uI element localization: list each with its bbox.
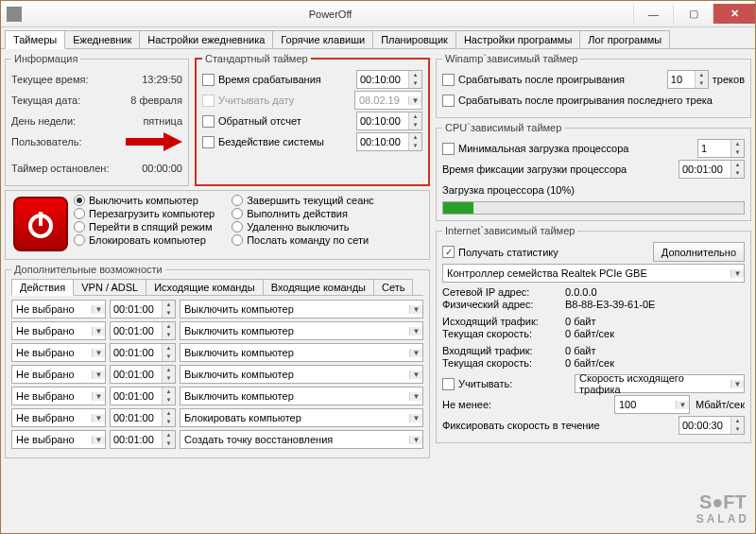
min-value[interactable]: 100	[615, 399, 676, 410]
radio-option[interactable]	[232, 195, 243, 206]
subtab-3[interactable]: Входящие команды	[263, 279, 374, 295]
close-button[interactable]: ✕	[713, 4, 755, 24]
action-b[interactable]: Выключить компьютер	[180, 303, 409, 315]
spin-down[interactable]: ▼	[163, 439, 175, 448]
action-b[interactable]: Блокировать компьютер	[180, 412, 409, 423]
chevron-down-icon[interactable]: ▼	[92, 392, 105, 401]
action-b[interactable]: Выключить компьютер	[180, 369, 409, 380]
spin-down[interactable]: ▼	[409, 142, 421, 150]
chevron-down-icon[interactable]: ▼	[408, 96, 421, 105]
spin-up[interactable]: ▲	[731, 417, 744, 425]
chevron-down-icon[interactable]: ▼	[409, 327, 422, 336]
tab-4[interactable]: Планировщик	[372, 30, 456, 48]
action-b[interactable]: Создать точку восстановления	[180, 434, 409, 445]
action-a[interactable]: Не выбрано	[12, 412, 92, 423]
spin-down[interactable]: ▼	[696, 79, 708, 88]
spin-up[interactable]: ▲	[163, 322, 175, 331]
spin-down[interactable]: ▼	[163, 353, 175, 361]
tab-0[interactable]: Таймеры	[5, 30, 65, 49]
action-time[interactable]	[111, 344, 162, 361]
checkbox-winamp-last[interactable]	[442, 95, 455, 107]
input-countdown[interactable]	[357, 112, 408, 129]
spin-down[interactable]: ▼	[731, 169, 744, 178]
minimize-button[interactable]: —	[633, 4, 673, 24]
radio-option[interactable]	[74, 221, 85, 233]
spin-down[interactable]: ▼	[731, 148, 744, 157]
action-b[interactable]: Выключить компьютер	[180, 390, 409, 402]
spin-down[interactable]: ▼	[731, 425, 744, 434]
chevron-down-icon[interactable]: ▼	[409, 436, 422, 444]
checkbox-countdown[interactable]	[202, 115, 215, 128]
radio-option[interactable]	[74, 195, 85, 206]
input-tracks[interactable]	[668, 71, 695, 88]
chevron-down-icon[interactable]: ▼	[92, 436, 105, 444]
action-time[interactable]	[111, 301, 162, 318]
chevron-down-icon[interactable]: ▼	[92, 305, 105, 314]
spin-down[interactable]: ▼	[163, 374, 175, 383]
subtab-4[interactable]: Сеть	[373, 279, 413, 295]
checkbox-idle[interactable]	[202, 136, 215, 148]
subtab-1[interactable]: VPN / ADSL	[73, 279, 146, 295]
spin-up[interactable]: ▲	[409, 133, 421, 142]
radio-option[interactable]	[74, 208, 85, 219]
spin-down[interactable]: ▼	[163, 309, 175, 318]
input-trigger-time[interactable]	[357, 71, 408, 88]
chevron-down-icon[interactable]: ▼	[730, 380, 744, 388]
chevron-down-icon[interactable]: ▼	[409, 414, 422, 422]
radio-option[interactable]	[232, 234, 243, 246]
subtab-2[interactable]: Исходящие команды	[146, 279, 264, 295]
action-a[interactable]: Не выбрано	[12, 434, 92, 445]
chevron-down-icon[interactable]: ▼	[92, 349, 105, 357]
action-a[interactable]: Не выбрано	[12, 347, 92, 358]
chevron-down-icon[interactable]: ▼	[92, 370, 105, 379]
tab-3[interactable]: Горячие клавиши	[272, 30, 373, 48]
action-time[interactable]	[111, 409, 162, 426]
consider-select[interactable]: Скорость исходящего трафика	[576, 372, 730, 395]
chevron-down-icon[interactable]: ▼	[730, 269, 744, 278]
chevron-down-icon[interactable]: ▼	[409, 349, 422, 357]
spin-up[interactable]: ▲	[163, 388, 175, 396]
spin-down[interactable]: ▼	[163, 418, 175, 426]
action-time[interactable]	[111, 366, 162, 383]
checkbox-use-date[interactable]	[202, 95, 215, 107]
input-idle[interactable]	[357, 133, 408, 150]
chevron-down-icon[interactable]: ▼	[409, 305, 422, 314]
button-more[interactable]: Дополнительно	[653, 242, 745, 262]
spin-up[interactable]: ▲	[696, 71, 708, 79]
tab-1[interactable]: Ежедневник	[64, 30, 140, 48]
checkbox-trigger-time[interactable]	[202, 74, 215, 86]
spin-up[interactable]: ▲	[163, 431, 175, 439]
spin-up[interactable]: ▲	[409, 112, 421, 121]
checkbox-consider[interactable]	[442, 378, 455, 390]
tab-5[interactable]: Настройки программы	[455, 30, 580, 48]
spin-down[interactable]: ▼	[409, 121, 421, 129]
chevron-down-icon[interactable]: ▼	[676, 401, 689, 409]
spin-up[interactable]: ▲	[163, 344, 175, 353]
maximize-button[interactable]: ▢	[673, 4, 713, 24]
adapter-select[interactable]: Контроллер семейства Realtek PCIe GBE	[443, 267, 730, 279]
action-b[interactable]: Выключить компьютер	[180, 347, 409, 358]
checkbox-cpu-min[interactable]	[442, 143, 455, 155]
chevron-down-icon[interactable]: ▼	[92, 327, 105, 336]
chevron-down-icon[interactable]: ▼	[409, 392, 422, 401]
radio-option[interactable]	[232, 221, 243, 233]
checkbox-net-stat[interactable]: ✓	[442, 246, 455, 258]
action-a[interactable]: Не выбрано	[12, 325, 92, 336]
spin-up[interactable]: ▲	[163, 366, 175, 374]
input-net-fix[interactable]	[679, 417, 730, 434]
input-cpu-fix[interactable]	[679, 161, 730, 178]
spin-down[interactable]: ▼	[163, 396, 175, 405]
input-cpu-min[interactable]	[698, 140, 730, 157]
action-a[interactable]: Не выбрано	[12, 303, 92, 315]
checkbox-winamp-after-n[interactable]	[442, 74, 455, 86]
radio-option[interactable]	[74, 234, 85, 246]
spin-up[interactable]: ▲	[731, 161, 744, 169]
input-use-date[interactable]: 08.02.19	[355, 95, 408, 106]
spin-up[interactable]: ▲	[731, 140, 744, 148]
action-time[interactable]	[111, 388, 162, 405]
spin-down[interactable]: ▼	[409, 79, 421, 88]
subtab-0[interactable]: Действия	[11, 279, 74, 296]
spin-up[interactable]: ▲	[163, 409, 175, 418]
spin-up[interactable]: ▲	[163, 301, 175, 309]
radio-option[interactable]	[232, 208, 243, 219]
